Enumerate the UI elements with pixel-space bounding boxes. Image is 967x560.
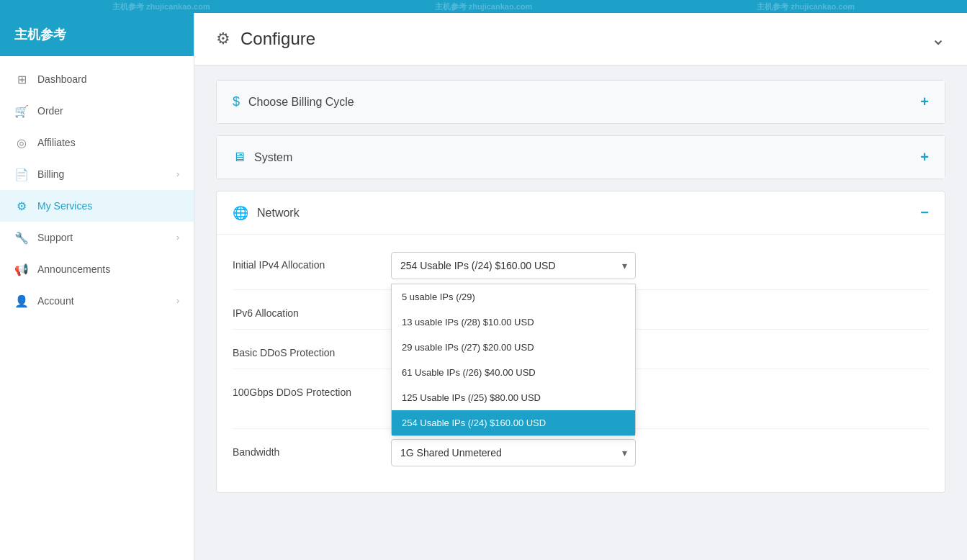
network-section: 🌐 Network − Initial IPv4 Allocation 254 … (216, 191, 945, 493)
bandwidth-control: 1G Shared Unmetered (391, 439, 929, 466)
billing-cycle-title: Choose Billing Cycle (248, 96, 354, 109)
ipv4-option-13[interactable]: 13 usable IPs (/28) $10.00 USD (392, 310, 635, 335)
chevron-right-icon: › (176, 232, 179, 243)
dashboard-icon: ⊞ (14, 72, 29, 86)
sidebar-item-label: Support (37, 232, 176, 243)
sidebar-item-account[interactable]: 👤 Account › (0, 285, 194, 317)
account-icon: 👤 (14, 294, 29, 308)
system-header[interactable]: 🖥 System + (217, 136, 945, 179)
main-content: ⚙ Configure ⌄ $ Choose Billing Cycle + (194, 13, 967, 560)
myservices-icon: ⚙ (14, 199, 29, 213)
ipv4-option-29[interactable]: 29 usable IPs (/27) $20.00 USD (392, 335, 635, 360)
network-title: Network (257, 207, 300, 220)
sidebar-item-announcements[interactable]: 📢 Announcements (0, 253, 194, 285)
page-collapse-icon[interactable]: ⌄ (931, 29, 945, 49)
system-header-left: 🖥 System (233, 150, 292, 165)
billing-icon: 📄 (14, 167, 29, 181)
network-icon: 🌐 (233, 205, 248, 221)
ipv4-label: Initial IPv4 Allocation (233, 252, 391, 271)
network-toggle-icon[interactable]: − (920, 204, 929, 221)
ipv4-select-wrapper: 254 Usable IPs (/24) $160.00 USD (391, 252, 636, 279)
network-header[interactable]: 🌐 Network − (217, 191, 945, 234)
affiliates-icon: ◎ (14, 135, 29, 150)
page-title-row: ⚙ Configure (216, 29, 315, 49)
ipv4-option-5[interactable]: 5 usable IPs (/29) (392, 284, 635, 310)
sidebar-item-label: Announcements (37, 263, 179, 275)
system-icon: 🖥 (233, 150, 246, 165)
sidebar-item-myservices[interactable]: ⚙ My Services (0, 190, 194, 222)
billing-cycle-section: $ Choose Billing Cycle + (216, 80, 945, 124)
ipv6-label: IPv6 Allocation (233, 300, 391, 319)
network-section-body: Initial IPv4 Allocation 254 Usable IPs (… (217, 234, 945, 492)
system-toggle-icon[interactable]: + (920, 149, 929, 166)
watermark-3: 主机参考 zhujicankao.com (757, 1, 855, 12)
ipv4-select[interactable]: 254 Usable IPs (/24) $160.00 USD (391, 252, 636, 279)
page-header: ⚙ Configure ⌄ (194, 13, 967, 66)
sidebar-item-label: Dashboard (37, 73, 179, 85)
sidebar-item-billing[interactable]: 📄 Billing › (0, 158, 194, 190)
sidebar-item-affiliates[interactable]: ◎ Affiliates (0, 127, 194, 158)
sidebar-item-order[interactable]: 🛒 Order (0, 95, 194, 127)
content-area: $ Choose Billing Cycle + 🖥 System + (194, 66, 967, 507)
bandwidth-select[interactable]: 1G Shared Unmetered (391, 439, 636, 466)
ipv4-option-125[interactable]: 125 Usable IPs (/25) $80.00 USD (392, 385, 635, 410)
billing-cycle-header-left: $ Choose Billing Cycle (233, 94, 354, 109)
bandwidth-select-wrapper: 1G Shared Unmetered (391, 439, 636, 466)
billing-cycle-header[interactable]: $ Choose Billing Cycle + (217, 81, 945, 123)
ipv4-option-254[interactable]: 254 Usable IPs (/24) $160.00 USD (392, 410, 635, 435)
watermark-2: 主机参考 zhujicankao.com (435, 1, 533, 12)
sidebar-item-support[interactable]: 🔧 Support › (0, 222, 194, 253)
layout: 主机参考 ⊞ Dashboard 🛒 Order ◎ Affiliates 📄 … (0, 13, 967, 560)
ipv4-field-row: Initial IPv4 Allocation 254 Usable IPs (… (233, 242, 929, 290)
top-bar: 主机参考 zhujicankao.com 主机参考 zhujicankao.co… (0, 0, 967, 13)
chevron-right-icon: › (176, 169, 179, 179)
sidebar: 主机参考 ⊞ Dashboard 🛒 Order ◎ Affiliates 📄 … (0, 13, 194, 560)
billing-cycle-icon: $ (233, 94, 240, 109)
sidebar-logo: 主机参考 (0, 13, 194, 56)
bandwidth-label: Bandwidth (233, 439, 391, 458)
sidebar-item-label: Billing (37, 168, 176, 180)
logo-text: 主机参考 (14, 26, 66, 43)
chevron-right-icon: › (176, 296, 179, 306)
system-title: System (254, 151, 292, 164)
billing-cycle-toggle-icon[interactable]: + (920, 94, 929, 110)
sidebar-item-dashboard[interactable]: ⊞ Dashboard (0, 63, 194, 95)
ipv4-control: 254 Usable IPs (/24) $160.00 USD 5 usabl… (391, 252, 929, 279)
ipv4-dropdown: 5 usable IPs (/29) 13 usable IPs (/28) $… (391, 284, 636, 436)
ipv4-option-61[interactable]: 61 Usable IPs (/26) $40.00 USD (392, 360, 635, 385)
network-header-left: 🌐 Network (233, 205, 300, 221)
sidebar-item-label: Order (37, 105, 179, 117)
basicddos-label: Basic DDoS Protection (233, 340, 391, 358)
support-icon: 🔧 (14, 230, 29, 245)
sidebar-item-label: Account (37, 295, 176, 307)
system-section: 🖥 System + (216, 135, 945, 179)
announcements-icon: 📢 (14, 262, 29, 276)
order-icon: 🛒 (14, 104, 29, 118)
sidebar-item-label: Affiliates (37, 137, 179, 148)
page-title: Configure (240, 29, 315, 49)
100gbpsddos-label: 100Gbps DDoS Protection (233, 379, 391, 398)
sidebar-item-label: My Services (37, 200, 179, 212)
top-bar-watermarks: 主机参考 zhujicankao.com 主机参考 zhujicankao.co… (0, 0, 967, 13)
sidebar-nav: ⊞ Dashboard 🛒 Order ◎ Affiliates 📄 Billi… (0, 56, 194, 324)
configure-icon: ⚙ (216, 30, 230, 48)
watermark-1: 主机参考 zhujicankao.com (112, 1, 210, 12)
